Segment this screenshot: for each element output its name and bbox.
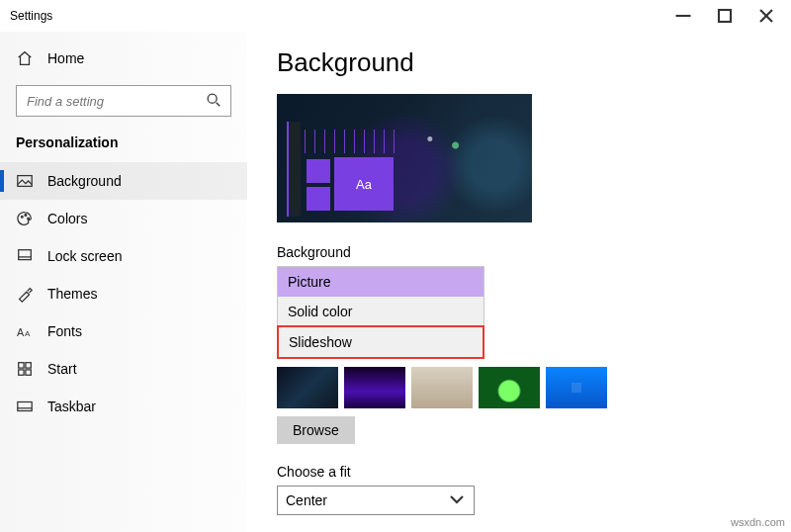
sidebar: Home Personalization Background Colors L… (0, 32, 247, 532)
thumbnail[interactable] (411, 367, 473, 408)
background-dropdown-label: Background (277, 244, 761, 260)
lockscreen-icon (16, 247, 34, 265)
minimize-icon (674, 7, 692, 25)
sidebar-item-taskbar[interactable]: Taskbar (0, 388, 247, 425)
recent-images (277, 367, 761, 408)
fonts-icon: AA (16, 322, 34, 340)
svg-line-5 (217, 102, 220, 106)
thumbnail[interactable] (344, 367, 405, 408)
sidebar-item-label: Themes (47, 286, 98, 302)
search-icon (205, 91, 222, 112)
background-preview: Aa (277, 94, 532, 222)
titlebar: Settings (0, 0, 791, 32)
svg-rect-1 (719, 10, 731, 22)
svg-rect-15 (26, 363, 31, 368)
preview-sample-tile: Aa (334, 157, 394, 211)
maximize-icon (716, 7, 734, 25)
svg-point-7 (21, 216, 23, 218)
watermark: wsxdn.com (731, 516, 785, 528)
sidebar-item-colors[interactable]: Colors (0, 200, 247, 237)
svg-rect-16 (19, 370, 24, 375)
svg-text:A: A (17, 326, 25, 338)
home-label: Home (47, 50, 84, 66)
dropdown-option-slideshow[interactable]: Slideshow (277, 325, 484, 359)
content: Background Aa Background Picture Solid c… (247, 32, 791, 532)
palette-icon (16, 210, 34, 227)
fit-value: Center (286, 492, 327, 508)
background-dropdown[interactable]: Picture Solid color Slideshow (277, 266, 484, 359)
sidebar-item-label: Taskbar (47, 399, 96, 414)
close-button[interactable] (746, 2, 787, 30)
thumbnail[interactable] (479, 367, 540, 408)
svg-point-8 (25, 215, 27, 217)
svg-rect-6 (18, 176, 32, 187)
maximize-button[interactable] (704, 2, 746, 30)
sidebar-item-lockscreen[interactable]: Lock screen (0, 237, 247, 275)
browse-button[interactable]: Browse (277, 416, 355, 444)
thumbnail[interactable] (546, 367, 607, 408)
window-title: Settings (10, 9, 52, 23)
home-link[interactable]: Home (0, 42, 247, 75)
svg-rect-18 (18, 402, 32, 411)
svg-text:A: A (25, 329, 31, 338)
search-input[interactable] (27, 94, 205, 109)
dropdown-option-solidcolor[interactable]: Solid color (278, 297, 483, 326)
svg-rect-14 (19, 363, 24, 368)
svg-point-9 (28, 218, 30, 220)
sidebar-item-fonts[interactable]: AA Fonts (0, 312, 247, 350)
svg-rect-10 (19, 250, 32, 260)
sidebar-item-label: Fonts (47, 323, 82, 339)
close-icon (757, 7, 775, 25)
themes-icon (16, 285, 34, 303)
sidebar-item-label: Lock screen (47, 248, 122, 264)
dropdown-option-picture[interactable]: Picture (278, 267, 483, 297)
sidebar-item-label: Start (47, 361, 77, 377)
sidebar-item-background[interactable]: Background (0, 162, 247, 200)
fit-label: Choose a fit (277, 464, 761, 480)
sidebar-item-themes[interactable]: Themes (0, 275, 247, 312)
section-header: Personalization (0, 131, 247, 162)
home-icon (16, 49, 34, 67)
chevron-down-icon (448, 490, 466, 510)
sidebar-item-start[interactable]: Start (0, 350, 247, 388)
sidebar-item-label: Background (47, 173, 122, 189)
taskbar-icon (16, 398, 34, 415)
thumbnail[interactable] (277, 367, 338, 408)
page-title: Background (277, 47, 761, 78)
svg-rect-17 (26, 370, 31, 375)
sidebar-item-label: Colors (47, 211, 87, 226)
search-box[interactable] (16, 85, 231, 117)
fit-dropdown[interactable]: Center (277, 486, 475, 515)
picture-icon (16, 172, 34, 190)
start-icon (16, 360, 34, 378)
svg-point-4 (208, 94, 217, 103)
minimize-button[interactable] (662, 2, 704, 30)
